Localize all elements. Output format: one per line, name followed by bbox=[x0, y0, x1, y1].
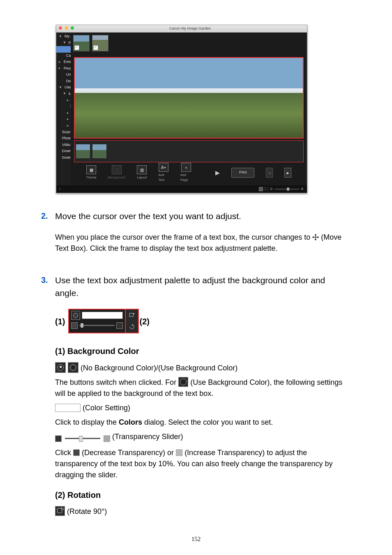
transparency-slider-graphic bbox=[55, 433, 110, 444]
sidebar-item[interactable]: ▼Macintosh HD bbox=[56, 91, 71, 97]
decrease-transparency-icon bbox=[73, 449, 80, 456]
page-thumb[interactable] bbox=[76, 144, 90, 158]
sidebar-item[interactable]: ▸Users bbox=[56, 123, 71, 129]
paragraph: (Transparency Slider) bbox=[55, 431, 351, 444]
info-icon[interactable]: i bbox=[60, 187, 60, 192]
layout-button[interactable]: ▥ Layout bbox=[137, 165, 147, 180]
caret-icon: ▼ bbox=[59, 85, 61, 90]
step-number: 2. bbox=[41, 210, 55, 222]
color-setting-swatch bbox=[55, 404, 81, 412]
sidebar-item[interactable]: home bbox=[56, 104, 71, 110]
sidebar-item[interactable]: ▸People bbox=[56, 65, 71, 72]
color-swatch bbox=[82, 312, 123, 319]
increase-transparency-icon bbox=[176, 449, 182, 456]
text: (Transparency Slider) bbox=[112, 432, 183, 441]
caret-icon: ▸ bbox=[67, 123, 69, 128]
sidebar-item[interactable]: ▸Applications bbox=[56, 97, 71, 104]
page-number: 152 bbox=[0, 534, 392, 544]
sidebar-item-label: Calendar bbox=[66, 53, 71, 59]
sidebar-item[interactable]: Download PREMIUM Contents bbox=[56, 148, 71, 155]
sidebar-item[interactable]: ▼My Art bbox=[56, 33, 71, 40]
next-button[interactable]: ► bbox=[284, 168, 291, 178]
sidebar-item-label: People bbox=[64, 66, 71, 72]
sidebar-item[interactable]: ▸Library bbox=[56, 110, 71, 116]
paragraph: When you place the cursor over the frame… bbox=[55, 232, 351, 254]
play-icon[interactable]: ▶ bbox=[215, 169, 220, 177]
decrease-transparency-icon bbox=[55, 435, 62, 442]
page-thumb[interactable] bbox=[92, 144, 106, 158]
caret-icon: ▸ bbox=[67, 111, 69, 116]
sidebar-item-label: UserName bbox=[65, 85, 71, 90]
image-preview[interactable] bbox=[74, 57, 304, 139]
rotate-90-icon bbox=[55, 506, 65, 516]
step-title: Move the cursor over the text you want t… bbox=[55, 210, 351, 223]
thumbnail[interactable]: ✓ bbox=[92, 35, 108, 51]
sidebar-item-label: Download PREMIUM Contents bbox=[62, 148, 71, 154]
background-icon: ▢ bbox=[112, 165, 122, 174]
text: Click bbox=[55, 449, 73, 457]
minimize-icon bbox=[65, 26, 68, 30]
sidebar-item[interactable]: ▸System bbox=[56, 116, 71, 123]
add-page-button[interactable]: ＋ Add Page bbox=[180, 163, 192, 183]
text: The buttons switch when clicked. For bbox=[55, 378, 178, 386]
sidebar-item[interactable]: Calendar bbox=[56, 53, 71, 59]
use-bg-color-icon bbox=[178, 377, 188, 387]
sidebar-item[interactable]: Unregistered People bbox=[56, 72, 71, 78]
window-title: Canon My Image Garden bbox=[76, 26, 304, 32]
thumbnail[interactable]: ✓ bbox=[73, 35, 90, 51]
zoom-control[interactable]: ⛶ ⊖ ⊕ bbox=[259, 187, 304, 192]
toolbar: ▦ Theme ▢ Background ▥ Layout A+ Add Tex… bbox=[74, 163, 304, 182]
sidebar-item[interactable]: ▼Photo Layout bbox=[56, 40, 71, 46]
sidebar-item[interactable]: ▼UserName bbox=[56, 84, 71, 91]
sidebar-item-label: Video Frame Capture bbox=[62, 142, 71, 148]
paragraph: Click to display the Colors dialog. Sele… bbox=[55, 417, 351, 428]
check-icon: ✓ bbox=[93, 45, 98, 50]
caret-icon: ▸ bbox=[67, 117, 69, 122]
sidebar-item[interactable]: Deleted Images of People bbox=[56, 78, 71, 85]
move-cursor-icon bbox=[312, 233, 319, 239]
sidebar-item[interactable]: Scan bbox=[56, 129, 71, 136]
sidebar-item[interactable]: Photo Sharing Sites bbox=[56, 135, 71, 142]
prev-button: ◄ bbox=[266, 168, 273, 178]
paragraph: Click (Decrease Transparency) or (Increa… bbox=[55, 447, 351, 481]
sidebar-item-label: Event bbox=[64, 59, 71, 65]
add-text-button[interactable]: A+ Add Text bbox=[158, 163, 168, 183]
sidebar-item-label: My Art bbox=[65, 34, 71, 39]
text: When you place the cursor over the frame… bbox=[55, 233, 312, 241]
sidebar-item-label: Photo Sharing Sites bbox=[62, 136, 71, 141]
sidebar-item[interactable]: New Photo Layout (1) bbox=[56, 46, 71, 53]
fit-icon[interactable] bbox=[259, 187, 263, 191]
step-title: Use the text box adjustment palette to a… bbox=[55, 274, 351, 300]
print-button[interactable]: Print bbox=[231, 168, 255, 178]
paragraph: (Color Setting) bbox=[55, 402, 351, 414]
caret-icon: ▸ bbox=[59, 60, 60, 65]
add-text-icon: A+ bbox=[159, 163, 168, 172]
paragraph: The buttons switch when clicked. For (Us… bbox=[55, 377, 351, 399]
sidebar-item[interactable]: Video Frame Capture bbox=[56, 142, 71, 148]
svg-point-2 bbox=[74, 313, 78, 317]
section-heading: (1) Background Color bbox=[55, 345, 351, 357]
zoom-out-icon[interactable]: ⊖ bbox=[270, 187, 273, 192]
check-icon: ✓ bbox=[74, 45, 79, 50]
section-heading: (2) Rotation bbox=[55, 489, 351, 501]
rotate-90-icon bbox=[126, 310, 138, 321]
caret-icon: ▸ bbox=[59, 66, 60, 71]
sidebar-item[interactable]: Downloaded PREMIUM Contents bbox=[56, 155, 71, 161]
window-titlebar: Canon My Image Garden bbox=[56, 25, 307, 32]
theme-button[interactable]: ▦ Theme bbox=[86, 165, 97, 180]
page-strip bbox=[74, 140, 304, 162]
text: (No Background Color)/(Use Background Co… bbox=[81, 364, 238, 372]
layout-icon: ▥ bbox=[137, 165, 147, 174]
increase-transparency-icon bbox=[104, 435, 110, 442]
caret-icon: ▼ bbox=[63, 91, 65, 96]
app-screenshot: Canon My Image Garden ▼My Art▼Photo Layo… bbox=[56, 25, 307, 193]
caret-icon: ▸ bbox=[67, 98, 69, 103]
caret-icon: ▼ bbox=[59, 34, 61, 39]
traffic-lights bbox=[59, 26, 76, 32]
sidebar-item[interactable]: ▸Event bbox=[56, 59, 71, 65]
svg-rect-3 bbox=[129, 313, 133, 317]
zoom-in-icon[interactable]: ⊕ bbox=[301, 187, 304, 192]
text: Click to display the bbox=[55, 418, 119, 426]
caret-icon: ▼ bbox=[63, 40, 65, 45]
slider-track bbox=[79, 325, 115, 326]
